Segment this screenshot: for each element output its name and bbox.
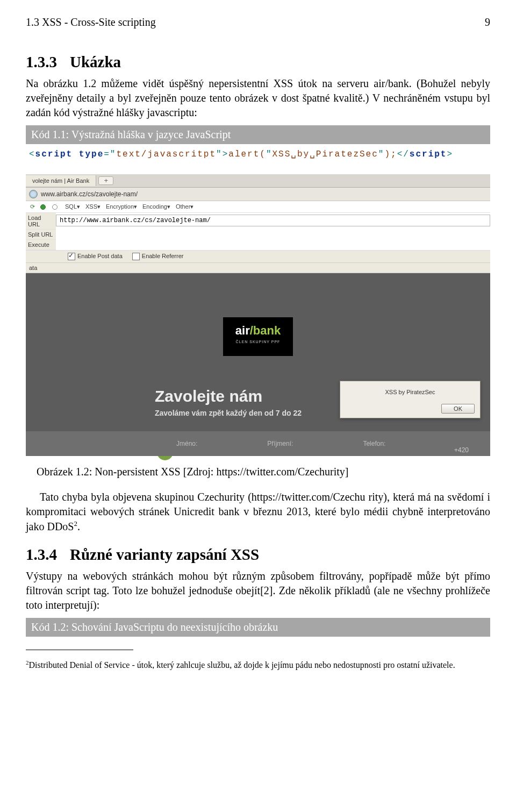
menu-xss[interactable]: XSS▾: [85, 203, 101, 210]
section-title: Různé varianty zapsání XSS: [70, 546, 259, 563]
page-number: 9: [485, 16, 490, 29]
footnote-rule: [26, 650, 133, 650]
section-1-3-3-heading: 1.3.3Ukázka: [26, 53, 490, 71]
menu-sql[interactable]: SQL▾: [65, 203, 80, 210]
section-1-3-4-heading: 1.3.4Různé varianty zapsání XSS: [26, 546, 490, 564]
phone-prefix: +420: [454, 446, 469, 454]
menu-encoding[interactable]: Encoding▾: [142, 203, 170, 210]
status-dot-green-icon: [40, 204, 46, 210]
menu-encryption[interactable]: Encryption▾: [106, 203, 137, 210]
address-bar: www.airbank.cz/cs/zavolejte-nam/: [26, 188, 490, 201]
enable-referrer-checkbox[interactable]: Enable Referrer: [132, 253, 184, 260]
footnote-2: 2Distributed Denial of Service - útok, k…: [26, 659, 490, 671]
split-url-button[interactable]: Split URL: [26, 230, 56, 240]
load-url-input[interactable]: [56, 215, 490, 226]
menu-other[interactable]: Other▾: [176, 203, 194, 210]
replay-icon[interactable]: ⟳: [30, 203, 35, 210]
globe-icon: [29, 190, 38, 198]
code-1-2-title: Kód 1.2: Schování JavaScriptu do neexist…: [26, 618, 490, 637]
load-url-button[interactable]: Load URL: [26, 213, 56, 230]
figure-1-2-caption: Obrázek 1.2: Non-persistent XSS [Zdroj: …: [37, 466, 490, 478]
browser-tab[interactable]: volejte nám | Air Bank: [26, 175, 96, 186]
section-1-3-4-paragraph: Výstupy na webových stránkách mohou být …: [26, 569, 490, 612]
status-dot-white-icon: [52, 204, 58, 210]
page-hero: air/bank ČLEN SKUPINY PPF Zavolejte nám …: [26, 273, 490, 456]
browser-tabstrip: volejte nám | Air Bank +: [26, 174, 490, 188]
running-header: 1.3 XSS - Cross-Site scripting 9: [26, 16, 490, 29]
url-text[interactable]: www.airbank.cz/cs/zavolejte-nam/: [41, 190, 138, 198]
alert-ok-button[interactable]: OK: [441, 404, 475, 414]
code-1-1-body: <script type="text/javascritpt">alert("X…: [26, 144, 490, 167]
form-label-prijmeni: Příjmení:: [267, 440, 293, 447]
running-title: 1.3 XSS - Cross-Site scripting: [26, 16, 156, 29]
form-label-jmeno: Jméno:: [176, 440, 197, 447]
section-1-3-3-paragraph: Na obrázku 1.2 můžeme vidět úspěšný nepe…: [26, 76, 490, 120]
ata-label: ata: [26, 263, 490, 273]
code-1-1-title: Kód 1.1: Výstražná hláška v jazyce JavaS…: [26, 125, 490, 144]
hackbar-menu: ⟳ SQL▾ XSS▾ Encryption▾ Encoding▾ Other▾: [26, 201, 490, 213]
hero-subtitle: Zavoláme vám zpět každý den od 7 do 22: [155, 409, 302, 417]
section-number: 1.3.3: [26, 53, 57, 70]
new-tab-button[interactable]: +: [98, 176, 113, 185]
section-title: Ukázka: [70, 53, 121, 70]
hackbar-sidebar: Load URL Split URL Execute: [26, 213, 56, 250]
enable-post-data-checkbox[interactable]: Enable Post data: [68, 253, 123, 260]
paragraph-after-figure: Tato chyba byla objevena skupinou Czechu…: [26, 490, 490, 534]
callback-form-labels: Jméno: Příjmení: Telefon:: [26, 431, 490, 456]
form-label-telefon: Telefon:: [363, 440, 385, 447]
section-number: 1.3.4: [26, 546, 57, 563]
alert-message: XSS by PiratezSec: [346, 389, 475, 395]
execute-button[interactable]: Execute: [26, 240, 56, 250]
figure-1-2-screenshot: volejte nám | Air Bank + www.airbank.cz/…: [26, 174, 490, 456]
airbank-logo: air/bank ČLEN SKUPINY PPF: [223, 317, 293, 356]
js-alert-dialog: XSS by PiratezSec OK: [340, 381, 481, 418]
hero-title: Zavolejte nám: [155, 387, 262, 405]
